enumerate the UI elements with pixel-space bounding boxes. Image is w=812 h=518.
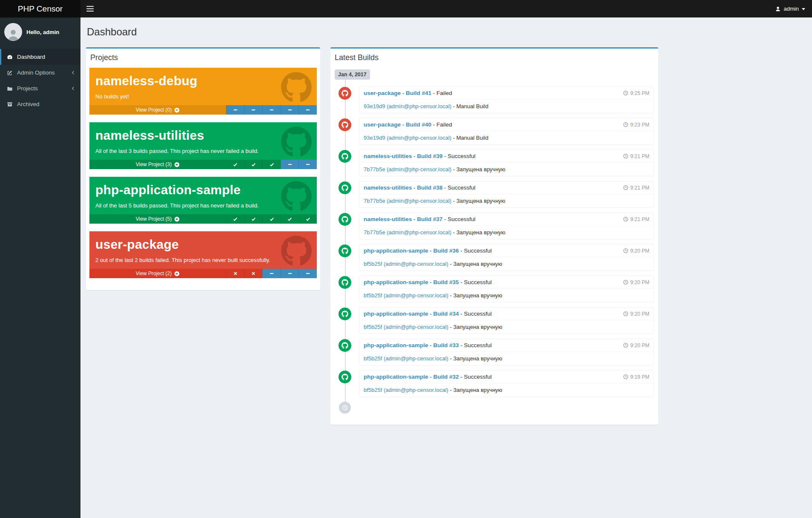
build-project-link[interactable]: user-package xyxy=(364,121,401,128)
project-card: nameless-debug No builds yet! View Proje… xyxy=(89,68,317,115)
build-time: 9:25 PM xyxy=(623,90,649,96)
commit-link[interactable]: 93e19d9 (admin@php-censor.local) xyxy=(364,135,451,141)
build-success-icon xyxy=(298,214,317,224)
sidebar-item-admin-options[interactable]: Admin Options xyxy=(0,65,80,81)
build-project-link[interactable]: php-application-sample xyxy=(364,342,428,348)
build-project-link[interactable]: nameless-utilities xyxy=(364,153,412,159)
commit-link[interactable]: 7b77b5e (admin@php-censor.local) xyxy=(364,166,451,173)
build-item: php-application-sample - Build #33 - Suc… xyxy=(359,339,654,365)
commit-link[interactable]: 7b77b5e (admin@php-censor.local) xyxy=(364,229,451,236)
commit-link[interactable]: bf5b25f (admin@php-censor.local) xyxy=(364,261,448,267)
build-item-header: php-application-sample - Build #35 - Suc… xyxy=(359,276,654,289)
github-icon xyxy=(339,150,351,163)
build-pending-icon xyxy=(262,105,281,115)
build-item-header: nameless-utilities - Build #38 - Success… xyxy=(359,181,654,194)
arrow-circle-right-icon xyxy=(174,216,180,222)
build-number-link[interactable]: Build #38 xyxy=(417,184,442,191)
build-number-link[interactable]: Build #35 xyxy=(433,279,459,285)
sidebar-item-label: Dashboard xyxy=(17,54,45,60)
project-summary: All of the last 3 builds passed. This pr… xyxy=(95,148,274,154)
build-status-squares xyxy=(226,105,317,115)
build-project-link[interactable]: php-application-sample xyxy=(364,247,428,254)
view-project-button[interactable]: View Project (2) xyxy=(89,269,226,278)
navbar: admin xyxy=(80,0,812,17)
sidebar-toggle-button[interactable] xyxy=(80,0,100,17)
commit-link[interactable]: bf5b25f (admin@php-censor.local) xyxy=(364,355,448,362)
build-project-link[interactable]: php-application-sample xyxy=(364,374,428,380)
build-number-link[interactable]: Build #39 xyxy=(417,153,442,159)
build-pending-icon xyxy=(298,269,317,278)
github-icon xyxy=(339,118,351,131)
build-time: 9:20 PM xyxy=(623,248,649,254)
clock-icon xyxy=(623,248,628,253)
commit-link[interactable]: 7b77b5e (admin@php-censor.local) xyxy=(364,198,451,204)
build-pending-icon xyxy=(281,269,299,278)
build-status-squares xyxy=(226,269,317,278)
build-status-label: - Successful xyxy=(459,279,492,285)
build-number-link[interactable]: Build #41 xyxy=(406,90,431,96)
commit-link[interactable]: bf5b25f (admin@php-censor.local) xyxy=(364,292,448,299)
build-note: - Manual Build xyxy=(451,135,488,141)
clock-icon xyxy=(623,311,628,317)
build-success-icon xyxy=(226,214,244,224)
build-item-content: php-application-sample - Build #32 - Suc… xyxy=(359,370,654,397)
build-time: 9:19 PM xyxy=(623,374,649,380)
projects-panel-title: Projects xyxy=(86,49,320,67)
build-item: nameless-utilities - Build #38 - Success… xyxy=(359,181,654,208)
clock-icon xyxy=(623,374,628,380)
build-success-icon xyxy=(262,214,281,224)
project-summary: All of the last 5 builds passed. This pr… xyxy=(95,202,274,209)
github-icon xyxy=(339,245,351,257)
view-project-button[interactable]: View Project (3) xyxy=(89,160,226,169)
build-item-content: php-application-sample - Build #33 - Suc… xyxy=(359,339,654,365)
build-number-link[interactable]: Build #33 xyxy=(433,342,459,348)
build-pending-icon xyxy=(262,269,281,278)
build-pending-icon xyxy=(298,105,317,115)
arrow-circle-right-icon xyxy=(174,107,180,113)
github-icon xyxy=(339,276,351,289)
commit-link[interactable]: 93e19d9 (admin@php-censor.local) xyxy=(364,103,451,109)
page-title: Dashboard xyxy=(87,26,812,38)
build-item-content: nameless-utilities - Build #39 - Success… xyxy=(359,150,654,176)
build-project-link[interactable]: php-application-sample xyxy=(364,311,428,317)
build-item-content: php-application-sample - Build #35 - Suc… xyxy=(359,276,654,302)
build-item-body: 93e19d9 (admin@php-censor.local) - Manua… xyxy=(359,100,654,113)
sidebar-item-dashboard[interactable]: Dashboard xyxy=(0,49,80,65)
app-logo[interactable]: PHP Censor xyxy=(0,0,80,17)
project-card-footer: View Project (3) xyxy=(89,160,317,169)
build-number-link[interactable]: Build #40 xyxy=(406,121,431,128)
build-project-link[interactable]: php-application-sample xyxy=(364,279,428,285)
build-number-link[interactable]: Build #37 xyxy=(417,216,442,222)
github-icon xyxy=(280,72,313,103)
build-pending-icon xyxy=(281,160,299,169)
project-card-body: php-application-sample All of the last 5… xyxy=(89,177,317,214)
build-success-icon xyxy=(262,160,281,169)
build-success-icon xyxy=(244,214,263,224)
build-number-link[interactable]: Build #32 xyxy=(433,374,459,380)
commit-link[interactable]: bf5b25f (admin@php-censor.local) xyxy=(364,387,448,393)
build-project-link[interactable]: nameless-utilities xyxy=(364,184,412,191)
build-item-header: nameless-utilities - Build #39 - Success… xyxy=(359,150,654,163)
user-name-label: admin xyxy=(784,6,799,12)
project-card: nameless-utilities All of the last 3 bui… xyxy=(89,122,317,169)
sidebar-item-archived[interactable]: Archived xyxy=(0,96,80,112)
clock-icon xyxy=(623,279,628,285)
build-project-link[interactable]: nameless-utilities xyxy=(364,216,412,222)
build-status-label: - Successful xyxy=(459,247,492,254)
commit-link[interactable]: bf5b25f (admin@php-censor.local) xyxy=(364,324,448,330)
github-icon xyxy=(339,181,351,194)
project-name: nameless-debug xyxy=(95,74,274,88)
arrow-circle-right-icon xyxy=(174,162,180,167)
build-time: 9:21 PM xyxy=(623,185,649,191)
sidebar-item-projects[interactable]: Projects xyxy=(0,81,80,96)
view-project-button[interactable]: View Project (5) xyxy=(89,214,226,224)
view-project-button[interactable]: View Project (0) xyxy=(89,105,226,115)
build-number-link[interactable]: Build #34 xyxy=(433,311,459,317)
build-project-link[interactable]: user-package xyxy=(364,90,401,96)
build-number-link[interactable]: Build #36 xyxy=(433,247,459,254)
project-summary: 2 out of the last 2 builds failed. This … xyxy=(95,257,274,263)
user-menu[interactable]: admin xyxy=(768,0,812,17)
build-item-body: bf5b25f (admin@php-censor.local) - Запущ… xyxy=(359,383,654,397)
edit-icon xyxy=(6,70,13,76)
build-status-squares xyxy=(226,160,317,169)
